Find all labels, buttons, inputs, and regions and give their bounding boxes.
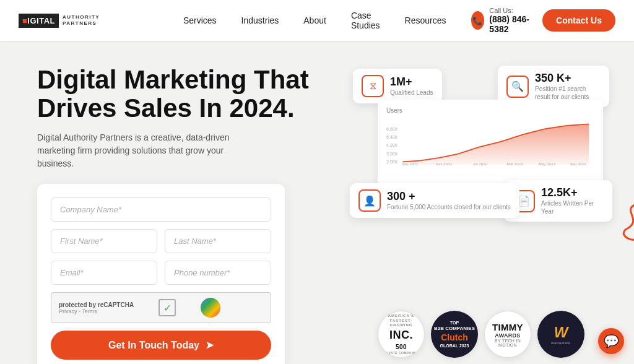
recaptcha-privacy: Privacy - Terms (59, 308, 134, 314)
svg-text:Jul 2022: Jul 2022 (473, 162, 488, 166)
stat-300-label: Fortune 5,000 Accounts closed for our cl… (387, 203, 511, 211)
stat-1m: ⧖ 1M+ Qualified Leads (353, 69, 442, 103)
headline-line2: Drives Sales In 2024. (37, 93, 295, 123)
stat-300-text: 300 + Fortune 5,000 Accounts closed for … (387, 190, 511, 211)
nav-item-case-studies[interactable]: Case Studies (339, 0, 393, 41)
phone-input[interactable] (165, 261, 271, 285)
contact-button[interactable]: Contact Us (542, 9, 615, 32)
accounts-icon: 👤 (358, 189, 381, 212)
phone-info: Call Us: (888) 846-5382 (489, 7, 532, 34)
chart-card: Users 6,600 5,400 4,200 3,000 2,000 (378, 100, 603, 186)
svg-text:Sep 2023: Sep 2023 (570, 162, 586, 166)
stat-350k-label: Position #1 search result for our client… (535, 85, 601, 101)
nav-item-resources[interactable]: Resources (393, 0, 459, 41)
search-rank-icon: 🔍 (506, 76, 529, 98)
nav-item-about[interactable]: About (291, 0, 339, 41)
svg-text:6,600: 6,600 (386, 127, 397, 131)
email-input[interactable] (51, 261, 157, 285)
svg-text:Mar 2023: Mar 2023 (507, 162, 524, 166)
stat-1m-label: Qualified Leads (390, 89, 433, 97)
stat-125k-label: Articles Written Per Year (541, 199, 604, 215)
contact-form: protected by reCAPTCHA Privacy - Terms ✓… (37, 184, 285, 364)
main-content: Digital Marketing That Drives Sales In 2… (0, 41, 634, 364)
badge-timmy-text: TIMMY AWARDS BY TECH IN MOTION (485, 322, 531, 347)
logo[interactable]: ■IGITAL AUTHORITY PARTNERS (19, 14, 121, 28)
recaptcha-checkbox[interactable]: ✓ (158, 299, 176, 316)
arrow-icon: ➤ (206, 339, 214, 351)
nav-right: 📞 Call Us: (888) 846-5382 Contact Us (471, 7, 616, 34)
chart-label: Users (386, 107, 594, 114)
name-row (51, 229, 271, 253)
stat-300: 👤 300 + Fortune 5,000 Accounts closed fo… (350, 183, 519, 218)
badge-clutch: TOP B2B COMPANIES Clutch GLOBAL 2023 (431, 311, 478, 358)
nav-links: Services Industries About Case Studies R… (171, 0, 459, 41)
recaptcha-logo (201, 298, 220, 318)
last-name-input[interactable] (165, 229, 271, 253)
stat-125k-number: 12.5K+ (541, 186, 604, 199)
stat-300-number: 300 + (387, 190, 511, 203)
svg-text:3,000: 3,000 (386, 152, 397, 156)
submit-label: Get In Touch Today (108, 340, 199, 351)
nav-item-industries[interactable]: Industries (229, 0, 292, 41)
badge-webaward: W webaward (537, 311, 584, 358)
left-column: Digital Marketing That Drives Sales In 2… (37, 66, 334, 352)
badge-webaward-text: W webaward (551, 324, 570, 345)
svg-text:Nov 2021: Nov 2021 (436, 162, 453, 166)
right-column: ⧖ 1M+ Qualified Leads 🔍 350 K+ Position … (347, 66, 615, 352)
contact-row (51, 261, 271, 285)
headline-line1: Digital Marketing That (37, 65, 309, 94)
nav-item-services[interactable]: Services (171, 0, 229, 41)
svg-text:4,200: 4,200 (386, 143, 397, 147)
hero-subtext: Digital Authority Partners is a creative… (37, 131, 260, 170)
svg-text:Sep 2021: Sep 2021 (402, 162, 419, 166)
badge-timmy: TIMMY AWARDS BY TECH IN MOTION (484, 311, 531, 358)
call-label: Call Us: (489, 7, 532, 14)
recaptcha-label: protected by reCAPTCHA (59, 301, 134, 308)
logo-text: AUTHORITY PARTNERS (63, 14, 121, 26)
phone-number: (888) 846-5382 (489, 14, 532, 34)
svg-text:2,000: 2,000 (386, 160, 397, 164)
phone-icon: 📞 (471, 11, 485, 30)
chart-svg: 6,600 5,400 4,200 3,000 2,000 Sep 2021 N… (386, 116, 594, 172)
squiggle-decoration (616, 202, 634, 245)
badge-inc500-text: AMERICA'S FASTEST-GROWING Inc. 500 PRIVA… (378, 311, 424, 357)
stat-350k-number: 350 K+ (535, 72, 601, 85)
phone-box: 📞 Call Us: (888) 846-5382 (471, 7, 533, 34)
company-input[interactable] (51, 197, 271, 222)
recaptcha-text: protected by reCAPTCHA Privacy - Terms (59, 301, 134, 314)
chat-bubble[interactable]: 💬 (598, 328, 624, 354)
stat-1m-text: 1M+ Qualified Leads (390, 76, 433, 97)
recaptcha-row: protected by reCAPTCHA Privacy - Terms ✓ (51, 292, 271, 323)
badge-inc500: AMERICA'S FASTEST-GROWING Inc. 500 PRIVA… (378, 311, 425, 358)
stat-1m-number: 1M+ (390, 76, 433, 89)
stat-350k-text: 350 K+ Position #1 search result for our… (535, 72, 601, 101)
badge-clutch-text: TOP B2B COMPANIES Clutch GLOBAL 2023 (434, 320, 475, 349)
company-row (51, 197, 271, 222)
navbar: ■IGITAL AUTHORITY PARTNERS Services Indu… (0, 0, 634, 41)
submit-button[interactable]: Get In Touch Today ➤ (51, 331, 271, 360)
badges-row: AMERICA'S FASTEST-GROWING Inc. 500 PRIVA… (347, 311, 615, 358)
stat-125k: 📄 12.5K+ Articles Written Per Year (504, 180, 612, 222)
recaptcha-box: protected by reCAPTCHA Privacy - Terms ✓ (51, 292, 271, 323)
funnel-icon: ⧖ (362, 75, 384, 97)
headline: Digital Marketing That Drives Sales In 2… (37, 66, 334, 123)
svg-text:May 2023: May 2023 (539, 162, 556, 166)
first-name-input[interactable] (51, 229, 157, 253)
logo-box: ■IGITAL (19, 14, 59, 28)
svg-text:5,400: 5,400 (386, 135, 397, 139)
stat-125k-text: 12.5K+ Articles Written Per Year (541, 186, 604, 215)
